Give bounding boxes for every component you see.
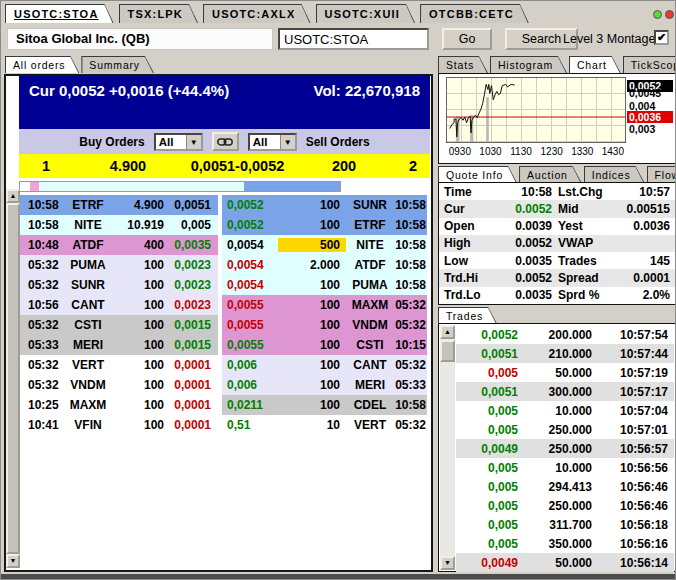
ask-row[interactable]: 0,0211100CDEL10:58 bbox=[222, 395, 427, 415]
quote-label: Sprd % bbox=[552, 288, 612, 302]
trades-scrollbar[interactable]: ▲ ▼ bbox=[440, 325, 455, 570]
quote-label: Trd.Lo bbox=[444, 288, 494, 302]
link-orders-button[interactable] bbox=[212, 132, 239, 151]
tab-stats[interactable]: Stats bbox=[438, 56, 488, 73]
tab-usotc-stoa[interactable]: USOTC:STOA bbox=[5, 4, 114, 23]
bid-size: 4.900 bbox=[112, 198, 170, 212]
montage-checkbox[interactable]: ✔ bbox=[654, 30, 669, 45]
bid-row[interactable]: 10:58NITE10.9190,005 bbox=[20, 215, 218, 235]
tab-tickscope[interactable]: TickScope bbox=[623, 56, 676, 73]
bid-row[interactable]: 05:32CSTI1000,0015 bbox=[20, 315, 218, 335]
depth-segment bbox=[244, 182, 340, 191]
go-button[interactable]: Go bbox=[442, 28, 492, 50]
bid-time: 10:56 bbox=[20, 298, 64, 312]
tab-summary[interactable]: Summary bbox=[81, 56, 154, 73]
bid-row[interactable]: 10:41VFIN1000,0001 bbox=[20, 415, 218, 435]
bid-row[interactable]: 10:58ETRF4.9000,0051 bbox=[20, 195, 218, 215]
montage-label: Level 3 Montage bbox=[563, 32, 655, 46]
tab-label: Histogram bbox=[491, 57, 566, 73]
scroll-down-icon[interactable]: ▼ bbox=[440, 556, 455, 570]
chart-price-label: 0,0045 bbox=[627, 87, 673, 99]
trades-list: 0,0052200.00010:57:540,0051210.00010:57:… bbox=[456, 325, 674, 572]
trades-panel: ▲ ▼ 0,0052200.00010:57:540,0051210.00010… bbox=[438, 323, 676, 572]
tab-label: TSX:LPK bbox=[120, 5, 197, 23]
ask-row[interactable]: 0,0054100PUMA10:58 bbox=[222, 275, 427, 295]
trade-price: 0,005 bbox=[456, 404, 522, 418]
scrollbar-thumb[interactable] bbox=[6, 203, 20, 554]
bid-price: 0,005 bbox=[170, 218, 218, 232]
scroll-up-icon[interactable]: ▲ bbox=[6, 189, 20, 203]
trade-price: 0,005 bbox=[456, 366, 522, 380]
bid-mmid: ETRF bbox=[64, 198, 112, 212]
trade-row: 0,00510.00010:57:04 bbox=[456, 401, 674, 420]
bid-row[interactable]: 10:48ATDF4000,0035 bbox=[20, 235, 218, 255]
tab-otcbb-cetc[interactable]: OTCBB:CETC bbox=[420, 4, 529, 23]
trade-time: 10:56:56 bbox=[596, 461, 674, 475]
tab-usotc-axlx[interactable]: USOTC:AXLX bbox=[203, 4, 311, 23]
bid-row[interactable]: 10:56CANT1000,0023 bbox=[20, 295, 218, 315]
trade-row: 0,0052200.00010:57:54 bbox=[456, 325, 674, 344]
bid-mmid: CSTI bbox=[64, 318, 112, 332]
tab-trades[interactable]: Trades bbox=[438, 307, 497, 324]
quote-label: Lst.Chg bbox=[552, 185, 612, 199]
tab-auction[interactable]: Auction bbox=[519, 166, 582, 183]
ask-size: 100 bbox=[278, 378, 346, 392]
tab-tsx-lpk[interactable]: TSX:LPK bbox=[119, 4, 198, 23]
tab-label: Indices bbox=[585, 167, 644, 183]
trade-size: 200.000 bbox=[522, 328, 596, 342]
ask-row[interactable]: 0,00542.000ATDF10:58 bbox=[222, 255, 427, 275]
quote-value: 0.0052 bbox=[494, 202, 552, 216]
trade-time: 10:56:57 bbox=[596, 442, 674, 456]
ask-row[interactable]: 0,0052100ETRF10:58 bbox=[222, 215, 427, 235]
ask-row[interactable]: 0,0055100CSTI10:15 bbox=[222, 335, 427, 355]
tab-indices[interactable]: Indices bbox=[584, 166, 645, 183]
symbol-input[interactable] bbox=[278, 28, 429, 50]
bid-row[interactable]: 05:32SUNR1000,0023 bbox=[20, 275, 218, 295]
bid-row[interactable]: 05:32PUMA1000,0023 bbox=[20, 255, 218, 275]
trade-price: 0,005 bbox=[456, 518, 522, 532]
bid-row[interactable]: 10:25MAXM1000,0001 bbox=[20, 395, 218, 415]
ask-row[interactable]: 0,0055100MAXM05:32 bbox=[222, 295, 427, 315]
ask-row[interactable]: 0,006100CANT05:32 bbox=[222, 355, 427, 375]
chart-price-label: 0,0036 bbox=[627, 111, 673, 123]
order-book-scrollbar[interactable]: ▲ ▼ bbox=[6, 189, 20, 568]
bid-time: 05:33 bbox=[20, 338, 64, 352]
bid-row[interactable]: 05:33MERI1000,0015 bbox=[20, 335, 218, 355]
ask-row[interactable]: 0,5110VERT05:32 bbox=[222, 415, 427, 435]
scroll-up-icon[interactable]: ▲ bbox=[440, 325, 455, 339]
chart-time-labels: 093010301130123013301430 bbox=[446, 146, 626, 160]
ask-row[interactable]: 0,0055100VNDM05:32 bbox=[222, 315, 427, 335]
trade-size: 311.700 bbox=[522, 518, 596, 532]
bid-price: 0,0001 bbox=[170, 418, 218, 432]
buy-filter-select[interactable]: All ▼ bbox=[154, 133, 203, 151]
scrollbar-thumb[interactable] bbox=[440, 340, 455, 362]
tab-chart[interactable]: Chart bbox=[569, 56, 621, 73]
ask-row[interactable]: 0,0054500NITE10:58 bbox=[222, 235, 427, 255]
ask-row[interactable]: 0,006100MERI05:33 bbox=[222, 375, 427, 395]
bid-price: 0,0023 bbox=[170, 258, 218, 272]
tab-usotc-xuii[interactable]: USOTC:XUII bbox=[316, 4, 416, 23]
bid-row[interactable]: 05:32VERT1000,0001 bbox=[20, 355, 218, 375]
bid-size: 4.900 bbox=[73, 158, 183, 174]
tab-all-orders[interactable]: All orders bbox=[5, 56, 79, 73]
tab-label: OTCBB:CETC bbox=[421, 5, 528, 23]
ask-size: 100 bbox=[278, 398, 346, 412]
sell-filter-select[interactable]: All ▼ bbox=[248, 133, 297, 151]
ask-size: 500 bbox=[278, 238, 346, 252]
ask-size: 100 bbox=[278, 298, 346, 312]
tab-flow[interactable]: Flow bbox=[647, 166, 676, 183]
ask-row[interactable]: 0,0052100SUNR10:58 bbox=[222, 195, 427, 215]
bid-size: 100 bbox=[112, 278, 170, 292]
chevron-down-icon[interactable]: ▼ bbox=[186, 135, 201, 149]
bid-size: 100 bbox=[112, 358, 170, 372]
tab-histogram[interactable]: Histogram bbox=[490, 56, 567, 73]
chevron-down-icon[interactable]: ▼ bbox=[280, 135, 295, 149]
bid-row[interactable]: 05:32VNDM1000,0001 bbox=[20, 375, 218, 395]
order-filter-row: Buy Orders All ▼ All ▼ Sell Orders bbox=[19, 129, 430, 154]
tab-label: Flow bbox=[648, 167, 676, 183]
scroll-down-icon[interactable]: ▼ bbox=[6, 554, 20, 568]
bid-time: 10:58 bbox=[20, 218, 64, 232]
tab-label: Trades bbox=[439, 308, 496, 324]
tab-quote-info[interactable]: Quote Info bbox=[438, 166, 517, 183]
tab-label: USOTC:XUII bbox=[317, 5, 415, 23]
